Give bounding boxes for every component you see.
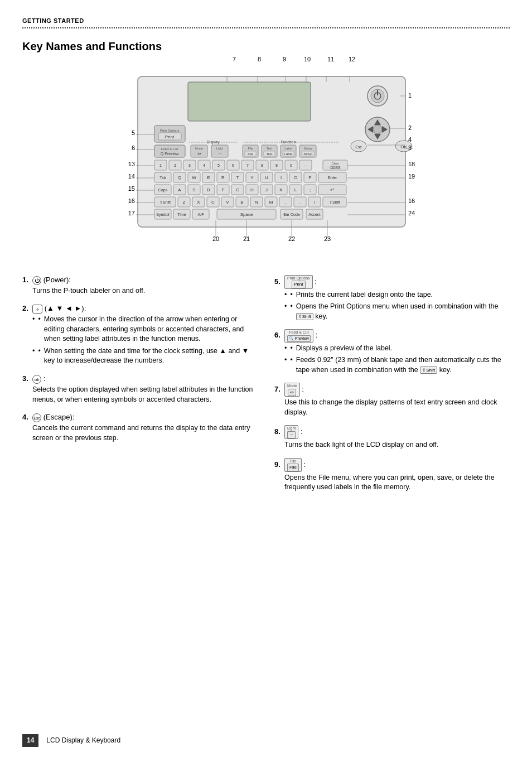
item-5-title: 5. Print Options Print :: [274, 275, 510, 289]
svg-text:8: 8: [261, 163, 263, 167]
svg-text:O: O: [294, 175, 297, 180]
svg-text:C: C: [211, 200, 215, 205]
svg-text:Q: Q: [178, 175, 181, 180]
left-label-13: 13: [128, 161, 135, 167]
item-4-label: (Escape):: [43, 413, 75, 421]
item-5-bullet-1: • Prints the current label design onto t…: [284, 290, 510, 300]
item-9-title: 9. File File :: [274, 458, 510, 472]
top-label-12: 12: [349, 55, 355, 64]
svg-text:⇧Shift: ⇧Shift: [329, 200, 340, 204]
svg-text:Caps: Caps: [158, 188, 168, 192]
item-6-bullet-2: • Feeds 0.92" (23 mm) of blank tape and …: [284, 355, 510, 375]
item-4-desc: Cancels the current command and returns …: [32, 423, 258, 443]
svg-text:–: –: [304, 163, 307, 167]
feedcut-key-label: 🔍 Preview: [287, 335, 311, 342]
mode-key-label: ⇔: [288, 389, 296, 396]
svg-text:T: T: [236, 175, 239, 180]
keyboard-diagram: 7 8 9 10 11 12: [22, 65, 510, 258]
svg-text:;: ;: [309, 187, 311, 192]
item-6-bullet-2-text: Feeds 0.92" (23 mm) of blank tape and th…: [296, 355, 510, 375]
keyboard-svg: OK Esc Print Options Print Feed & Cut Q …: [104, 65, 428, 255]
left-label-5: 5: [132, 129, 135, 136]
item-6-bullet-1: • Displays a preview of the label.: [284, 344, 510, 354]
svg-text:Feed & Cut: Feed & Cut: [161, 147, 178, 151]
svg-text:A/F: A/F: [198, 213, 204, 216]
item-9-colon: :: [304, 460, 306, 469]
svg-text:V: V: [226, 200, 229, 205]
svg-text:Z: Z: [183, 200, 186, 205]
item-5-bullet-1-text: Prints the current label design onto the…: [296, 290, 510, 300]
item-3-desc: Selects the option displayed when settin…: [32, 385, 258, 404]
bullet-marker-6-1: •: [290, 344, 292, 354]
arrow-icon: ⟡: [32, 305, 42, 314]
item-2-bullet-1-text: Moves the cursor in the direction of the…: [44, 315, 258, 344]
svg-text:M: M: [269, 200, 273, 205]
svg-text:Space: Space: [240, 212, 253, 217]
item-6-title: 6. Feed & Cut 🔍 Preview :: [274, 329, 510, 343]
top-label-7: 7: [233, 55, 236, 64]
svg-text:↵: ↵: [330, 187, 335, 192]
item-8-colon: :: [301, 427, 303, 436]
svg-text:⇔: ⇔: [197, 151, 201, 156]
file-key-top: File: [290, 459, 296, 464]
right-label-2: 2: [408, 124, 412, 131]
svg-text:Q Preview: Q Preview: [161, 152, 179, 156]
svg-text:File: File: [248, 147, 253, 150]
svg-text:Text: Text: [267, 147, 273, 150]
bullet-marker: •: [38, 315, 40, 344]
item-6-colon: :: [316, 331, 318, 339]
feedcut-key-badge: Feed & Cut 🔍 Preview: [284, 329, 313, 343]
svg-text:F: F: [222, 187, 225, 192]
svg-text:H: H: [250, 187, 254, 192]
svg-text:Clear: Clear: [331, 162, 338, 165]
item-7: 7. Mode ⇔ : Use this to change the displ…: [274, 383, 510, 417]
svg-text:⇧Shift: ⇧Shift: [159, 200, 171, 204]
right-label-1: 1: [408, 92, 412, 99]
left-label-15: 15: [128, 185, 135, 192]
svg-text:Enter: Enter: [328, 176, 337, 180]
left-label-6: 6: [132, 144, 135, 151]
svg-text:R: R: [221, 175, 225, 180]
svg-text:7: 7: [246, 163, 249, 167]
svg-text:Print Options: Print Options: [160, 129, 180, 132]
svg-text:L: L: [294, 187, 297, 192]
svg-text:D: D: [207, 187, 210, 192]
section-header: GETTING STARTED: [22, 17, 510, 25]
svg-text:Bar Code: Bar Code: [283, 213, 300, 216]
svg-text:1: 1: [159, 163, 162, 167]
print-key-badge: Print Options Print: [284, 275, 312, 289]
svg-text:Symbol: Symbol: [156, 213, 170, 217]
item-4: 4. Esc (Escape): Cancels the current com…: [22, 412, 258, 443]
svg-text:Setup: Setup: [304, 147, 312, 150]
mode-key-badge: Mode ⇔: [284, 383, 300, 397]
svg-text:6: 6: [232, 163, 234, 167]
item-2-bullet-2-text: When setting the date and time for the c…: [44, 346, 258, 366]
top-label-10: 10: [304, 55, 311, 64]
svg-text:A: A: [178, 187, 181, 192]
item-8-title: 8. Light ··· :: [274, 425, 510, 439]
svg-text:Tab: Tab: [159, 176, 166, 180]
svg-text:E: E: [207, 175, 210, 180]
feedcut-key-top: Feed & Cut: [289, 330, 308, 335]
svg-text:I: I: [280, 175, 282, 180]
content-columns: 1. ⏻ (Power): Turns the P-touch labeler …: [22, 275, 510, 500]
left-label-16: 16: [128, 197, 135, 204]
item-5-colon: :: [315, 277, 317, 286]
top-label-11: 11: [327, 55, 334, 64]
section-divider: [22, 27, 510, 28]
file-key-label: File: [287, 464, 299, 471]
svg-text:Text: Text: [266, 152, 272, 156]
light-key-top: Light: [287, 426, 296, 431]
item-5-bullet-2-text: Opens the Print Options menu when used i…: [296, 302, 510, 321]
svg-text:.: .: [299, 200, 301, 205]
item-7-colon: :: [302, 385, 304, 393]
svg-text:Accent: Accent: [308, 213, 320, 216]
item-2-bullet-2: • When setting the date and time for the…: [32, 346, 258, 366]
svg-text:Mode: Mode: [195, 147, 203, 150]
item-1-desc: Turns the P-touch labeler on and off.: [32, 286, 258, 296]
item-7-title: 7. Mode ⇔ :: [274, 383, 510, 397]
svg-text:U: U: [265, 175, 268, 180]
shift-key-badge: ⇧Shift: [296, 313, 313, 320]
item-1-title: 1. ⏻ (Power):: [22, 275, 258, 285]
item-5-bullet-2: • Opens the Print Options menu when used…: [284, 302, 510, 321]
